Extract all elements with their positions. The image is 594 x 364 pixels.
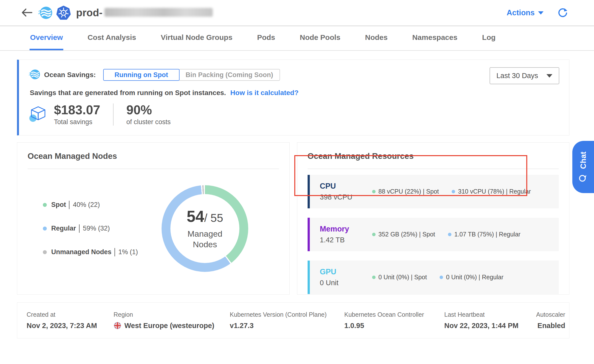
tab-pods[interactable]: Pods [257,26,276,50]
gpu-name: GPU [320,267,372,276]
savings-cube-icon [29,105,48,124]
managed-nodes-donut-chart: 54/ 55 Managed Nodes [162,185,248,272]
legend-separator [79,224,80,233]
refresh-button[interactable] [557,7,568,19]
memory-name-block: Memory 1.42 TB [320,225,372,244]
chat-button[interactable]: Chat [572,141,594,193]
legend-separator [115,248,115,256]
redacted-cluster-name [104,8,213,17]
regular-dot [448,233,451,236]
tab-log[interactable]: Log [481,26,496,50]
memory-accent-bar [308,218,310,251]
cluster-info-bar: Created at Nov 2, 2023, 7:23 AM Region W… [17,302,569,338]
running-on-spot-toggle[interactable]: Running on Spot [103,69,179,81]
spot-dot [372,190,376,193]
memory-stats: 352 GB (25%) | Spot 1.07 TB (75%) | Regu… [372,231,521,238]
legend-label: Regular [51,225,76,232]
gpu-accent-bar [308,261,310,294]
field-value: Enabled [536,322,565,330]
cluster-cost-pct-value: 90% [126,103,171,117]
field-label: Region [114,311,230,318]
field-label: Last Heartbeat [444,311,536,318]
actions-button[interactable]: Actions [507,8,544,17]
savings-view-toggle: Running on Spot Bin Packing (Coming Soon… [103,69,280,81]
donut-center-count: 54/ 55 [187,207,223,226]
managed-nodes-card-title: Ocean Managed Nodes [28,151,279,161]
header-actions-group: Actions [507,7,568,19]
legend-item-unmanaged: Unmanaged Nodes 1% (1) [43,248,138,256]
ocean-cluster-overview-page: { "header": { "title_prefix": "prod-", "… [0,0,594,364]
spot-legend-dot [43,203,47,207]
back-button[interactable] [21,8,33,18]
tab-virtual-node-groups[interactable]: Virtual Node Groups [160,26,233,50]
page-header: prod- Actions [0,0,594,26]
ocean-wave-logo-icon [38,6,52,20]
how-is-it-calculated-link[interactable]: How is it calculated? [230,89,298,97]
regular-dot [440,276,443,279]
chevron-down-icon [538,11,544,15]
period-dropdown[interactable]: Last 30 Days [490,67,559,84]
field-value: v1.27.3 [230,322,344,330]
unmanaged-legend-dot [43,250,47,254]
legend-item-spot: Spot 40% (22) [43,201,138,209]
chat-bubble-icon [578,173,588,182]
field-label: Kubernetes Version (Control Plane) [230,311,344,318]
ocean-savings-label: Ocean Savings: [44,71,96,79]
ocean-managed-resources-card: Ocean Managed Resources CPU 398 vCPU 88 … [297,142,570,295]
autoscaler-field: Autoscaler Enabled [536,311,565,330]
gpu-resource-row: GPU 0 Unit 0 Unit (0%) | Spot 0 Unit (0%… [308,261,559,294]
spot-dot [372,233,376,236]
back-arrow-icon [21,8,33,18]
tab-overview[interactable]: Overview [30,26,63,50]
page-title: prod- [76,7,213,19]
legend-label: Spot [51,201,66,209]
dashboard-cards-row: Ocean Managed Nodes Spot 40% (22) Regula… [17,142,569,295]
bin-packing-toggle[interactable]: Bin Packing (Coming Soon) [179,69,280,81]
tab-cost-analysis[interactable]: Cost Analysis [87,26,136,50]
spot-dot [372,276,376,279]
chevron-down-icon [546,74,552,78]
chat-button-inner: Chat [578,151,588,183]
kubernetes-logo-icon [56,6,71,20]
card-divider [308,169,559,169]
total-savings-stat: $183.07 Total savings [54,103,100,126]
legend-label: Unmanaged Nodes [51,248,112,256]
memory-name: Memory [320,225,372,233]
field-value: Nov 22, 2023, 1:44 PM [444,322,536,330]
tab-namespaces[interactable]: Namespaces [412,26,458,50]
savings-stats-row: $183.07 Total savings 90% of cluster cos… [29,103,558,126]
ocean-managed-nodes-card: Ocean Managed Nodes Spot 40% (22) Regula… [17,142,290,295]
uk-flag-icon [114,322,121,330]
total-savings-caption: Total savings [54,118,100,126]
cpu-stats: 88 vCPU (22%) | Spot 310 vCPU (78%) | Re… [372,188,531,195]
actions-button-label: Actions [507,8,535,17]
legend-separator [69,201,69,209]
ocean-savings-banner: Ocean Savings: Running on Spot Bin Packi… [17,60,569,135]
tab-node-pools[interactable]: Node Pools [299,26,341,50]
memory-total: 1.42 TB [320,236,372,244]
regular-legend-dot [43,227,47,231]
cpu-spot-stat: 88 vCPU (22%) | Spot [372,188,439,195]
memory-regular-stat: 1.07 TB (75%) | Regular [448,231,521,238]
field-value: 1.0.95 [344,322,444,330]
tab-nodes[interactable]: Nodes [364,26,388,50]
cpu-total: 398 vCPU [320,193,372,201]
donut-center-caption: Managed Nodes [179,229,231,249]
stat-divider [113,103,114,126]
field-label: Kubernetes Ocean Controller [344,311,444,318]
cpu-regular-stat: 310 vCPU (78%) | Regular [452,188,531,195]
memory-resource-row: Memory 1.42 TB 352 GB (25%) | Spot 1.07 … [308,218,559,251]
cluster-cost-pct-caption: of cluster costs [126,118,171,126]
k8s-version-field: Kubernetes Version (Control Plane) v1.27… [230,311,344,330]
cpu-accent-bar [308,175,310,208]
memory-spot-stat: 352 GB (25%) | Spot [372,231,435,238]
chat-button-label: Chat [579,151,588,169]
field-label: Created at [27,311,114,318]
field-value: Nov 2, 2023, 7:23 AM [27,322,114,330]
last-heartbeat-field: Last Heartbeat Nov 22, 2023, 1:44 PM [444,311,536,330]
tab-bar: Overview Cost Analysis Virtual Node Grou… [0,26,594,51]
donut-center: 54/ 55 Managed Nodes [170,194,239,263]
gpu-total: 0 Unit [320,279,372,287]
cpu-name: CPU [320,182,372,191]
gpu-name-block: GPU 0 Unit [320,267,372,287]
